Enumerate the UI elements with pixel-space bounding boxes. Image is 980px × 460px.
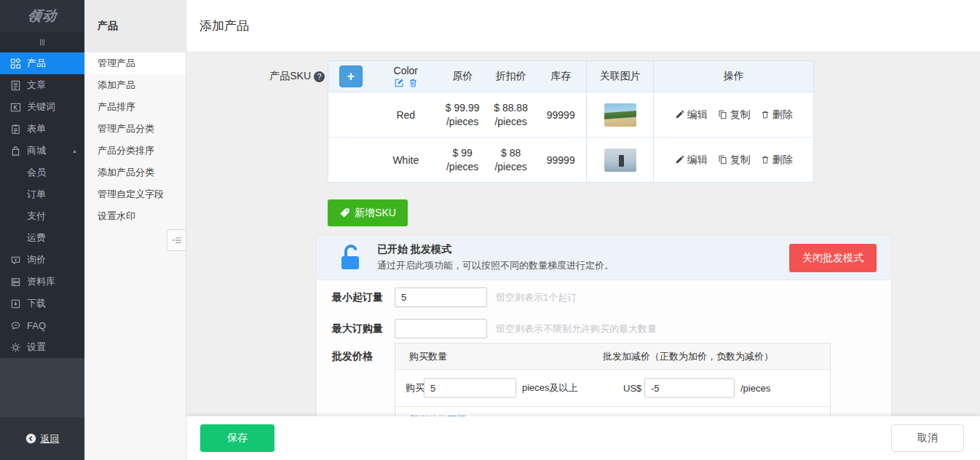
sku-field-label: 产品SKU ? [216,70,325,83]
copy-icon [718,155,727,164]
sidebar-item-faq[interactable]: FAQ [0,314,84,336]
sku-thumbnail-phone[interactable] [604,148,636,172]
sidebar-item-label: 资料库 [27,275,55,288]
row-edit-link[interactable]: 编辑 [675,154,708,167]
row-edit-link[interactable]: 编辑 [675,108,708,122]
submenu-item-custom-fields[interactable]: 管理自定义字段 [84,183,186,205]
max-order-input[interactable] [395,319,487,338]
row-delete-label: 删除 [772,154,793,167]
document-icon [10,80,21,91]
cancel-button[interactable]: 取消 [891,424,964,452]
sidebar-item-orders[interactable]: 订单 [0,183,84,205]
submenu-collapse-button[interactable] [167,229,186,251]
submenu-item-product-sort[interactable]: 产品排序 [84,96,186,118]
sku-original-price-value: $ 99 /pieces [438,138,486,183]
sku-label-text: 产品SKU [269,70,311,83]
sidebar-item-download[interactable]: 下载 [0,293,84,314]
pencil-icon [675,155,684,164]
close-wholesale-button[interactable]: 关闭批发模式 [789,244,877,272]
row-copy-link[interactable]: 复制 [718,154,751,167]
sku-original-price-header: 原价 [438,61,486,92]
price-amount: $ 88.88 [486,101,535,115]
add-sku-button[interactable]: 新增SKU [328,199,408,226]
wholesale-qty-input[interactable] [424,378,516,398]
sidebar-item-payment[interactable]: 支付 [0,205,84,227]
app-window: 领动 产品 文章 关键词 表单 商城 ▲ 会员 订单 [0,0,980,460]
wholesale-adjust-input[interactable] [644,378,735,398]
back-link-label: 返回 [41,432,60,445]
sidebar-item-products[interactable]: 产品 [0,52,84,74]
sidebar-item-articles[interactable]: 文章 [0,74,84,96]
trash-icon[interactable] [408,78,418,88]
sidebar-item-library[interactable]: 资料库 [0,271,84,293]
submenu-title: 产品 [84,0,186,52]
add-attribute-button[interactable]: + [339,66,363,87]
sidebar-item-settings[interactable]: 设置 [0,336,84,358]
sidebar-item-shipping[interactable]: 运费 [0,227,84,249]
edit-square-icon[interactable] [394,78,404,88]
submenu-item-manage-categories[interactable]: 管理产品分类 [84,118,186,140]
question-circle-icon[interactable]: ? [314,71,325,82]
sku-original-price-value: $ 99.99 /pieces [438,92,486,138]
pencil-icon [675,110,684,119]
collapse-panel-icon [171,235,182,246]
tag-icon [339,207,350,218]
sidebar-spacer [0,358,84,417]
unit-label: /pieces [740,383,770,394]
price-unit: /pieces [438,115,486,129]
row-delete-label: 删除 [772,108,793,122]
sidebar-item-forms[interactable]: 表单 [0,118,84,140]
wholesale-price-row: 购买 pieces及以上 US$ /pieces [395,370,830,406]
sidebar-item-label: 支付 [27,210,46,223]
min-order-label: 最小起订量 [332,291,395,304]
sku-discount-price-value: $ 88.88 /pieces [486,92,535,138]
row-copy-label: 复制 [730,154,751,167]
sidebar-item-mall[interactable]: 商城 ▲ [0,140,84,162]
currency-label: US$ [623,383,641,394]
sku-row-spacer-cell [328,92,374,138]
sku-table-header-row: + Color 原价 折扣价 库存 关联图片 操作 [328,61,814,92]
sidebar-item-inquiry[interactable]: 询价 [0,249,84,271]
chat-bubble-icon [10,320,21,331]
submenu-item-watermark[interactable]: 设置水印 [84,205,186,227]
sku-table: + Color 原价 折扣价 库存 关联图片 操作 Red [328,60,814,183]
sidebar-item-label: 关键词 [27,100,55,114]
sku-stock-header: 库存 [535,61,587,92]
sidebar-item-label: 下载 [27,297,46,310]
price-unit: /pieces [438,160,486,174]
min-order-input[interactable] [395,288,487,307]
sku-actions-cell: 编辑 复制 删除 [654,92,814,138]
wholesale-status-title: 已开始 批发模式 [377,243,614,256]
submenu-item-category-sort[interactable]: 产品分类排序 [84,140,186,162]
sku-table-row: Red $ 99.99 /pieces $ 88.88 /pieces 9999… [328,92,814,138]
brand-logo: 领动 [0,0,84,32]
add-sku-label: 新增SKU [355,207,396,220]
price-amount: $ 88 [486,146,535,160]
wholesale-status-description: 通过开启此项功能，可以按照不同的数量梯度进行定价。 [377,259,614,272]
qty-prefix-label: 购买 [406,381,424,394]
sku-table-row: White $ 99 /pieces $ 88 /pieces 99999 编辑… [328,138,814,183]
row-delete-link[interactable]: 删除 [761,108,793,122]
wholesale-price-label: 批发价格 [332,350,373,363]
row-delete-link[interactable]: 删除 [761,154,793,167]
sidebar-item-members[interactable]: 会员 [0,162,84,183]
save-button[interactable]: 保存 [200,424,274,452]
sku-color-column-header: Color [373,61,438,92]
sku-thumbnail-beach[interactable] [604,103,636,127]
sku-discount-price-header: 折扣价 [486,61,535,92]
min-order-field: 最小起订量 留空则表示1个起订 [332,288,577,307]
max-order-label: 最大订购量 [332,322,395,336]
back-link[interactable]: 返回 [0,417,84,460]
sku-image-header: 关联图片 [587,61,654,92]
sidebar-item-label: 文章 [27,79,46,92]
adjust-column-header: 批发加减价（正数为加价，负数为减价） [603,350,773,363]
submenu-item-manage-products[interactable]: 管理产品 [84,52,186,74]
sidebar-item-keywords[interactable]: 关键词 [0,96,84,118]
submenu-item-add-product[interactable]: 添加产品 [84,74,186,96]
price-amount: $ 99 [438,146,486,160]
sidebar-collapse-button[interactable] [0,32,84,52]
trash-icon [761,155,770,164]
submenu-item-add-category[interactable]: 添加产品分类 [84,162,186,183]
row-copy-link[interactable]: 复制 [718,108,751,122]
sidebar-item-label: 设置 [27,341,46,354]
